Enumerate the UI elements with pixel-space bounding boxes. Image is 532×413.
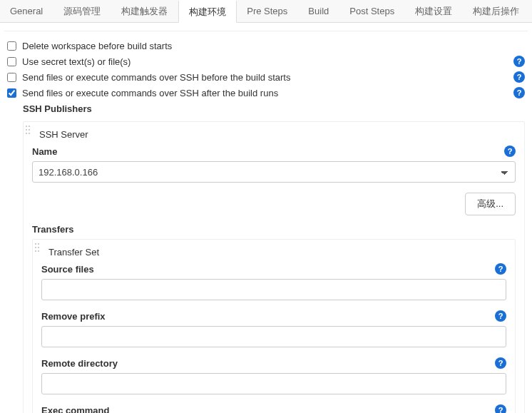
help-icon[interactable]: ?: [495, 404, 506, 413]
source-files-input[interactable]: [41, 279, 506, 300]
config-tabs: General 源码管理 构建触发器 构建环境 Pre Steps Build …: [0, 0, 532, 23]
ssh-before-label: Send files or execute commands over SSH …: [22, 72, 513, 83]
tab-post-build[interactable]: 构建后操作: [463, 0, 530, 22]
tab-build-env[interactable]: 构建环境: [178, 0, 237, 23]
help-icon[interactable]: ?: [495, 263, 506, 275]
option-ssh-before: Send files or execute commands over SSH …: [7, 69, 525, 85]
remote-dir-field: Remote directory ?: [41, 357, 506, 394]
help-icon[interactable]: ?: [513, 87, 525, 98]
help-icon[interactable]: ?: [495, 310, 506, 322]
delete-workspace-label: Delete workspace before build starts: [22, 41, 525, 51]
ssh-server-group: SSH Server Name ? 192.168.0.166 高级... Tr…: [23, 121, 525, 413]
ssh-name-select[interactable]: 192.168.0.166: [32, 161, 516, 183]
build-env-content: Delete workspace before build starts Use…: [0, 36, 532, 413]
tab-source[interactable]: 源码管理: [53, 0, 111, 22]
ssh-name-label: Name: [32, 146, 504, 157]
exec-cmd-field: Exec command ? bash xxxxdocker/deploy/de…: [41, 404, 506, 413]
transfers-title: Transfers: [32, 224, 516, 235]
help-icon[interactable]: ?: [495, 357, 506, 369]
remove-prefix-input[interactable]: [41, 326, 506, 347]
help-icon[interactable]: ?: [513, 56, 525, 67]
remove-prefix-field: Remove prefix ?: [41, 310, 506, 347]
source-files-label: Source files: [41, 264, 495, 275]
exec-cmd-label: Exec command: [41, 405, 495, 414]
delete-workspace-checkbox[interactable]: [7, 41, 16, 51]
option-delete-workspace: Delete workspace before build starts: [7, 39, 525, 53]
drag-handle-icon[interactable]: [25, 125, 31, 135]
option-ssh-after: Send files or execute commands over SSH …: [7, 85, 525, 101]
tab-triggers[interactable]: 构建触发器: [111, 0, 178, 22]
advanced-button[interactable]: 高级...: [465, 193, 516, 215]
ssh-publishers-section: SSH Publishers SSH Server Name ? 192.168…: [23, 103, 525, 413]
ssh-name-field: Name ? 192.168.0.166: [32, 146, 516, 183]
remote-dir-label: Remote directory: [41, 358, 495, 369]
remove-prefix-label: Remove prefix: [41, 311, 495, 322]
transfer-set-title: Transfer Set: [48, 247, 506, 258]
source-files-field: Source files ?: [41, 263, 506, 300]
tab-pre-steps[interactable]: Pre Steps: [237, 0, 298, 22]
tab-general[interactable]: General: [0, 0, 53, 22]
ssh-server-buttons: 高级...: [32, 193, 516, 215]
ssh-before-checkbox[interactable]: [7, 73, 16, 82]
ssh-publishers-title: SSH Publishers: [23, 103, 525, 114]
tab-build-settings[interactable]: 构建设置: [405, 0, 463, 22]
drag-handle-icon[interactable]: [34, 243, 40, 253]
secret-text-checkbox[interactable]: [7, 57, 16, 66]
help-icon[interactable]: ?: [513, 71, 525, 83]
ssh-server-title: SSH Server: [39, 129, 516, 140]
tab-build[interactable]: Build: [298, 0, 339, 22]
secret-text-label: Use secret text(s) or file(s): [22, 56, 513, 67]
section-divider: [4, 24, 528, 31]
help-icon[interactable]: ?: [504, 146, 516, 157]
remote-dir-input[interactable]: [41, 373, 506, 394]
ssh-after-label: Send files or execute commands over SSH …: [22, 88, 513, 98]
tab-post-steps[interactable]: Post Steps: [339, 0, 405, 22]
ssh-after-checkbox[interactable]: [7, 88, 16, 98]
transfer-set-group: Transfer Set Source files ? Remove prefi…: [32, 239, 516, 413]
option-secret-text: Use secret text(s) or file(s) ?: [7, 53, 525, 69]
